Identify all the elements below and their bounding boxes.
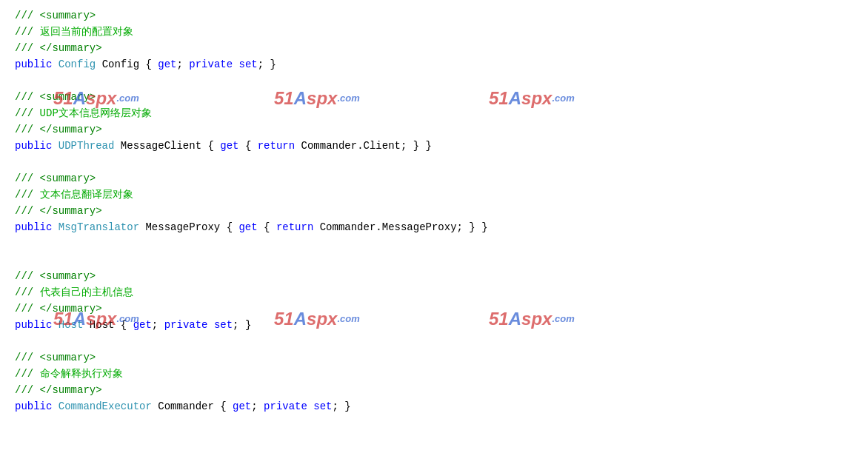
plain-text: MessageProxy {: [139, 219, 238, 235]
code-line: /// <summary>: [15, 349, 853, 366]
comment-slash-text: ///: [15, 40, 40, 56]
plain-text: {: [258, 219, 276, 235]
comment-slash-text: ///: [15, 284, 40, 301]
blank-line: [15, 415, 853, 431]
comment-slash-text: ///: [15, 24, 40, 40]
code-line: public MsgTranslator MessageProxy { get …: [15, 219, 853, 235]
blank-line: [15, 154, 853, 170]
keyword-text: set: [239, 56, 258, 73]
code-line: /// 代表自己的主机信息: [15, 284, 853, 301]
keyword-text: public: [15, 56, 59, 73]
keyword-text: public: [15, 138, 59, 154]
code-line: /// 返回当前的配置对象: [15, 24, 853, 40]
keyword-text: return: [258, 138, 295, 154]
plain-text: ; }: [233, 317, 251, 333]
keyword-text: public: [15, 219, 59, 235]
blank-line: [15, 333, 853, 349]
comment-slash-text: ///: [15, 366, 40, 382]
comment-slash-text: ///: [15, 203, 40, 219]
comment-text-text: 命令解释执行对象: [40, 366, 123, 382]
keyword-text: public: [15, 317, 59, 333]
code-line: /// <summary>: [15, 170, 853, 187]
plain-text: {: [238, 138, 257, 154]
keyword-text: get: [158, 56, 176, 73]
code-line: public Host Host { get; private set; }: [15, 317, 853, 333]
code-line: /// 文本信息翻译层对象: [15, 187, 853, 203]
code-line: /// 命令解释执行对象: [15, 366, 853, 382]
type-name-text: MsgTranslator: [59, 219, 139, 235]
comment-tag-text: </summary>: [40, 40, 102, 56]
comment-slash-text: ///: [15, 121, 40, 138]
comment-tag-text: </summary>: [40, 121, 102, 138]
comment-tag-text: </summary>: [40, 301, 102, 317]
blank-line: [15, 73, 853, 89]
type-name-text: Host: [59, 317, 84, 333]
comment-tag-text: <summary>: [40, 7, 96, 24]
plain-text: ;: [251, 398, 264, 415]
code-line: /// UDP文本信息网络层对象: [15, 105, 853, 121]
keyword-text: get: [220, 138, 238, 154]
code-line: /// <summary>: [15, 89, 853, 105]
blank-line: [15, 235, 853, 252]
comment-slash-text: ///: [15, 187, 40, 203]
plain-text: [233, 56, 238, 73]
code-line: public UDPThread MessageClient { get { r…: [15, 138, 853, 154]
plain-text: [307, 398, 313, 415]
keyword-text: get: [233, 398, 251, 415]
comment-slash-text: ///: [15, 349, 40, 366]
code-container: /// <summary>/// 返回当前的配置对象/// </summary>…: [0, 0, 868, 473]
comment-tag-text: <summary>: [40, 349, 96, 366]
plain-text: ;: [152, 317, 164, 333]
comment-tag-text: <summary>: [40, 89, 96, 105]
plain-text: Config {: [96, 56, 158, 73]
keyword-text: private: [264, 398, 307, 415]
code-line: /// </summary>: [15, 40, 853, 56]
keyword-text: private: [164, 317, 208, 333]
plain-text: Commander.Client; } }: [295, 138, 432, 154]
keyword-text: private: [189, 56, 233, 73]
code-line: /// </summary>: [15, 301, 853, 317]
code-line: /// <summary>: [15, 7, 853, 24]
comment-slash-text: ///: [15, 382, 40, 398]
comment-slash-text: ///: [15, 268, 40, 284]
comment-slash-text: ///: [15, 7, 40, 24]
comment-slash-text: ///: [15, 89, 40, 105]
code-line: public CommandExecutor Commander { get; …: [15, 398, 853, 415]
code-line: /// <summary>: [15, 268, 853, 284]
plain-text: [207, 317, 213, 333]
keyword-text: set: [313, 398, 332, 415]
code-line: /// </summary>: [15, 203, 853, 219]
code-line: /// </summary>: [15, 121, 853, 138]
keyword-text: get: [238, 219, 257, 235]
plain-text: ;: [176, 56, 189, 73]
plain-text: Commander.MessageProxy; } }: [313, 219, 487, 235]
keyword-text: set: [214, 317, 233, 333]
plain-text: ; }: [258, 56, 276, 73]
comment-text-text: 返回当前的配置对象: [40, 24, 133, 40]
comment-tag-text: <summary>: [40, 170, 96, 187]
comment-tag-text: </summary>: [40, 203, 102, 219]
type-name-text: CommandExecutor: [59, 398, 152, 415]
keyword-text: public: [15, 398, 59, 415]
comment-text-text: UDP文本信息网络层对象: [40, 105, 152, 121]
plain-text: Commander {: [152, 398, 233, 415]
plain-text: Host {: [83, 317, 133, 333]
keyword-text: return: [276, 219, 313, 235]
comment-slash-text: ///: [15, 105, 40, 121]
comment-text-text: 文本信息翻译层对象: [40, 187, 133, 203]
comment-slash-text: ///: [15, 170, 40, 187]
code-line: /// </summary>: [15, 382, 853, 398]
comment-tag-text: <summary>: [40, 268, 96, 284]
comment-tag-text: </summary>: [40, 382, 102, 398]
keyword-text: get: [133, 317, 152, 333]
type-name-text: Config: [59, 56, 96, 73]
comment-slash-text: ///: [15, 301, 40, 317]
blank-line: [15, 252, 853, 268]
code-line: public Config Config { get; private set;…: [15, 56, 853, 73]
type-name-text: UDPThread: [59, 138, 115, 154]
comment-text-text: 代表自己的主机信息: [40, 284, 133, 301]
plain-text: MessageClient {: [114, 138, 220, 154]
plain-text: ; }: [333, 398, 351, 415]
